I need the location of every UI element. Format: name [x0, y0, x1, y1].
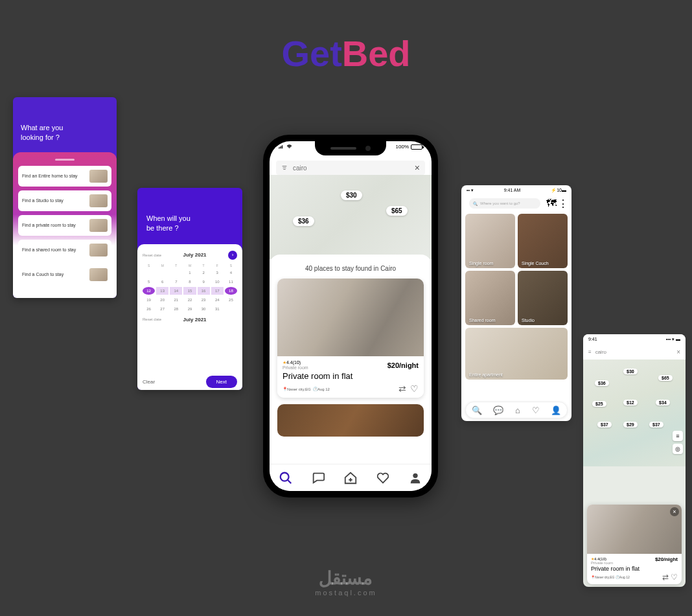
search-bar[interactable]: ≡ cairo ×	[583, 345, 686, 359]
screen2-heading: When will yoube there ?	[137, 188, 242, 244]
clock-icon: 🕐	[313, 387, 317, 391]
tab-search[interactable]	[279, 470, 293, 486]
option-studio[interactable]: Find a Studio to stay	[18, 190, 111, 211]
listing-card-2[interactable]	[277, 404, 424, 437]
map-price-pin[interactable]: $65	[386, 206, 408, 216]
screen-calendar: When will yoube there ? Reset date July …	[137, 188, 242, 390]
search-bar[interactable]: cairo ×	[276, 161, 425, 175]
category-studio[interactable]: Studio	[518, 271, 568, 325]
swap-icon[interactable]: ⇄	[398, 383, 406, 394]
category-shared-room[interactable]: Shared room	[465, 271, 515, 325]
option-label: Find a shared room to stay	[22, 247, 76, 252]
map-pin[interactable]: $25	[592, 401, 606, 407]
results-sheet[interactable]: 40 places to stay found in Cairo ★4.4(10…	[270, 255, 432, 464]
clear-search-icon[interactable]: ×	[415, 163, 420, 173]
tab-chat[interactable]	[311, 470, 325, 486]
calendar-day-selected-end[interactable]: 18	[225, 287, 237, 295]
map-pin[interactable]: $34	[656, 400, 670, 405]
svg-point-11	[413, 473, 417, 478]
svg-rect-3	[282, 145, 283, 148]
option-label: Find a Couch to stay	[22, 272, 63, 277]
category-single-room[interactable]: Single room	[465, 214, 515, 268]
clear-button[interactable]: Clear	[143, 379, 155, 385]
tab-profile[interactable]	[408, 470, 422, 486]
close-card-icon[interactable]: ×	[670, 507, 679, 516]
option-thumb	[89, 268, 108, 281]
option-couch[interactable]: Find a Couch to stay	[18, 264, 111, 285]
status-signal	[279, 144, 292, 150]
swap-icon[interactable]: ⇄	[662, 573, 669, 582]
month-label: July 2021	[183, 252, 207, 258]
screen1-heading: What are youlooking for ?	[13, 97, 117, 152]
next-button[interactable]: Next	[206, 376, 237, 388]
option-thumb	[89, 170, 108, 183]
brand-title: GetBed	[0, 0, 692, 74]
signal-icon: •• ▾	[467, 188, 474, 193]
reset-date-link[interactable]: Reset date	[143, 253, 161, 257]
heart-icon[interactable]: ♡	[671, 573, 678, 582]
wifi-icon	[286, 144, 292, 150]
category-entire-apartment[interactable]: Entire apartment	[465, 328, 568, 380]
listing-card[interactable]: ★4.4(10)Private room $20/night Private r…	[277, 279, 424, 398]
tab-favorites[interactable]	[376, 470, 390, 486]
map-toggle-icon[interactable]: 🗺	[547, 199, 556, 208]
map-pin[interactable]: $37	[597, 422, 612, 428]
screen-map-detail: 9:41 ••• ▾ ▬ ≡ cairo × $30 $36 $65 $25 $…	[583, 334, 686, 587]
svg-rect-1	[280, 147, 281, 149]
map-price-pin[interactable]: $30	[341, 190, 362, 200]
category-single-couch[interactable]: Single Couch	[518, 214, 568, 268]
search-placeholder: Where you want to go?	[480, 201, 520, 205]
map-pin[interactable]: $36	[595, 380, 609, 386]
brand-bed: Bed	[342, 33, 411, 74]
status-bar: •• ▾ 9:41 AM ⚡10▬	[461, 185, 571, 196]
time-text: 9:41	[588, 337, 597, 342]
tab-search[interactable]: 🔍	[472, 405, 482, 415]
map-pin[interactable]: $30	[623, 369, 638, 374]
chat-icon	[311, 471, 325, 485]
map-pin[interactable]: $29	[623, 422, 638, 428]
tab-home[interactable]	[343, 470, 358, 486]
more-icon[interactable]: ⋮	[559, 199, 568, 208]
month-label-2: July 2021	[183, 317, 207, 323]
screen1-sheet: Find an Entire home to stay Find a Studi…	[13, 152, 117, 298]
option-label: Find a Studio to stay	[22, 198, 63, 203]
search-value: cairo	[595, 349, 606, 355]
map-area[interactable]: $30 $36 $65 $25 $12 $34 $37 $29 $37 ≡ ◎	[583, 359, 686, 466]
map-pin[interactable]: $12	[623, 400, 638, 405]
price-text: $20/night	[655, 556, 678, 565]
calendar-day-selected-start[interactable]: 12	[143, 287, 155, 295]
listing-type: Private room	[283, 365, 308, 370]
listing-image	[587, 505, 682, 554]
search-input[interactable]: 🔍 Where you want to go?	[469, 198, 540, 209]
option-private-room[interactable]: Find a private room to stay	[18, 215, 111, 236]
results-count: 40 places to stay found in Cairo	[277, 265, 424, 272]
search-icon: 🔍	[473, 201, 478, 206]
option-thumb	[89, 244, 108, 257]
category-grid: Single room Single Couch Shared room Stu…	[461, 211, 571, 382]
clear-icon[interactable]: ×	[676, 348, 680, 356]
sheet-handle[interactable]	[55, 159, 75, 161]
heart-icon[interactable]: ♡	[410, 383, 419, 394]
tab-home[interactable]: ⌂	[515, 405, 520, 415]
map-area[interactable]: $30 $36 $65	[270, 175, 432, 259]
search-value: cairo	[293, 165, 409, 172]
listing-title: Private room in flat	[283, 371, 419, 381]
screen-looking-for: What are youlooking for ? Find an Entire…	[13, 97, 117, 298]
layers-button[interactable]: ≡	[673, 431, 683, 441]
next-month-button[interactable]: ›	[228, 251, 237, 260]
tab-profile[interactable]: 👤	[551, 405, 561, 415]
map-pin[interactable]: $65	[658, 375, 673, 381]
listing-card[interactable]: × ★4.4(10)Private room $20/night Private…	[587, 505, 682, 584]
reset-date-link-2[interactable]: Reset date	[143, 317, 161, 321]
tab-chat[interactable]: 💬	[493, 405, 503, 415]
listing-image	[277, 279, 424, 356]
option-entire-home[interactable]: Find an Entire home to stay	[18, 166, 111, 187]
phone-mockup: 100% cairo × $30 $36 $65 40 places to st…	[263, 135, 438, 497]
map-pin[interactable]: $37	[649, 422, 663, 428]
status-battery: 100%	[396, 144, 422, 150]
option-shared-room[interactable]: Find a shared room to stay	[18, 240, 111, 260]
filter-icon	[281, 165, 288, 171]
locate-button[interactable]: ◎	[673, 444, 683, 454]
tab-favorites[interactable]: ♡	[532, 405, 540, 415]
map-price-pin[interactable]: $36	[293, 216, 314, 226]
